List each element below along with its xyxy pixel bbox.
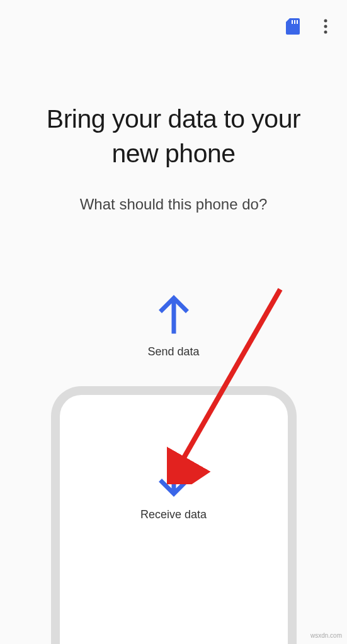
page-title: Bring your data to your new phone xyxy=(0,102,347,172)
send-data-label: Send data xyxy=(147,345,199,358)
more-vert-icon xyxy=(324,19,327,34)
receive-data-option[interactable]: Receive data xyxy=(60,458,288,521)
svg-rect-2 xyxy=(297,20,298,24)
arrow-up-icon xyxy=(157,295,191,334)
svg-rect-1 xyxy=(294,20,295,24)
svg-point-4 xyxy=(324,25,327,28)
receive-data-label: Receive data xyxy=(140,508,207,521)
svg-rect-0 xyxy=(292,20,293,24)
sd-card-button[interactable] xyxy=(284,18,302,35)
header-bar xyxy=(0,0,347,53)
page-subtitle: What should this phone do? xyxy=(0,196,347,213)
phone-frame: Receive data xyxy=(51,386,297,644)
sd-card-icon xyxy=(286,18,300,35)
send-data-option[interactable]: Send data xyxy=(0,295,347,358)
svg-point-3 xyxy=(324,19,327,23)
arrow-down-icon xyxy=(157,458,191,497)
more-menu-button[interactable] xyxy=(317,18,334,35)
svg-point-5 xyxy=(324,31,327,34)
watermark: wsxdn.com xyxy=(310,632,342,639)
